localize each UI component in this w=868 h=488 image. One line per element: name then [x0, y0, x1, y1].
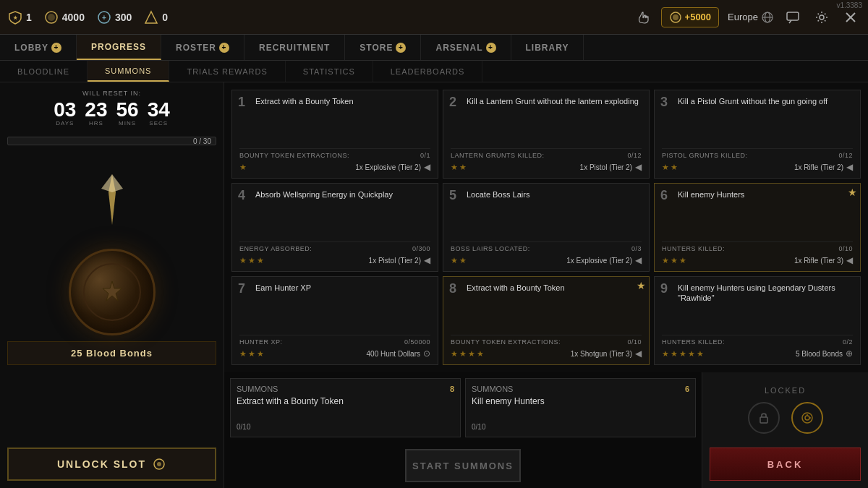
stat-label-9: HUNTERS KILLED:	[662, 338, 725, 346]
start-btn-label: START SUMMONS	[412, 461, 514, 471]
top-bar-left: ★ 1 4000 + 300 0	[7, 9, 637, 25]
tab-progress[interactable]: PROGRESS	[77, 35, 161, 60]
roster-badge: +	[219, 43, 229, 53]
stat-value-2: 0/12	[627, 152, 642, 159]
shield-icon: ★	[7, 9, 23, 25]
ammo-icon-5: ◀	[635, 255, 642, 265]
region-selector[interactable]: Europe	[728, 11, 774, 24]
star-3-0: ★	[662, 163, 669, 172]
subtab-trials[interactable]: TRIALS REWARDS	[169, 61, 285, 82]
summons-card-6: Summons 6 Kill enemy Hunters 0/10	[465, 378, 696, 437]
tab-store[interactable]: STORE +	[345, 35, 421, 60]
currency3: 0	[143, 9, 168, 25]
currency1-icon	[43, 9, 59, 25]
sidebar: WILL RESET IN: 03 DAYS 23 HRS 56 MINS	[0, 82, 224, 372]
timer-mins: 56 MINS	[116, 100, 139, 127]
summons-label-6: Summons	[472, 385, 513, 393]
timer-days: 03 DAYS	[54, 100, 76, 127]
challenge-title-2: Kill a Lantern Grunt without the lantern…	[467, 96, 642, 145]
reward-label: 25 Blood Bonds	[7, 341, 216, 365]
locked-label: LOCKED	[765, 386, 806, 395]
blood-bonds-icon-9: ⊕	[846, 348, 853, 359]
nav-tabs: LOBBY + PROGRESS ROSTER + RECRUITMENT ST…	[0, 35, 868, 61]
challenge-reward-9: ★★★★★ 5 Blood Bonds ⊕	[662, 348, 853, 359]
bottom-middle: Summons 8 Extract with a Bounty Token 0/…	[224, 372, 702, 488]
subtab-statistics[interactable]: STATISTICS	[286, 61, 373, 82]
back-button[interactable]: BACK	[710, 448, 861, 481]
stars-2: ★★	[451, 163, 467, 172]
challenge-stat-1: BOUNTY TOKEN EXTRACTIONS: 0/1	[239, 148, 430, 159]
stat-label-8: BOUNTY TOKEN EXTRACTIONS:	[451, 338, 561, 346]
tab-roster[interactable]: ROSTER +	[161, 35, 244, 60]
tab-arsenal[interactable]: ARSENAL +	[421, 35, 511, 60]
arsenal-badge: +	[486, 43, 496, 53]
star-5-0: ★	[451, 256, 458, 265]
stat-label-5: BOSS LAIRS LOCATED:	[451, 245, 530, 252]
shield-value: 1	[26, 12, 32, 23]
challenge-stat-8: BOUNTY TOKEN EXTRACTIONS: 0/10	[451, 335, 642, 346]
challenge-num-3: 3	[660, 95, 668, 110]
back-btn-label: BACK	[767, 459, 804, 470]
challenge-reward-6: ★★★ 1x Rifle (Tier 3) ◀	[662, 255, 853, 265]
tab-lobby[interactable]: LOBBY +	[0, 35, 77, 60]
challenge-card-6: ★ 6 Kill enemy Hunters HUNTERS KILLED: 0…	[654, 183, 861, 272]
challenge-reward-2: ★★ 1x Pistol (Tier 2) ◀	[451, 162, 642, 172]
ammo-icon-8: ◀	[635, 348, 642, 359]
star-6-0: ★	[662, 256, 669, 265]
summons-progress-6: 0/10	[472, 423, 689, 431]
challenge-num-9: 9	[660, 281, 668, 296]
timer-display: 03 DAYS 23 HRS 56 MINS 34 SECS	[54, 100, 170, 127]
stars-6: ★★★	[662, 256, 686, 265]
stars-4: ★★★	[239, 256, 264, 265]
stat-label-1: BOUNTY TOKEN EXTRACTIONS:	[239, 152, 349, 159]
corner-star-8: ★	[637, 280, 646, 291]
star-8-3: ★	[477, 349, 484, 359]
start-summons-button[interactable]: START SUMMONS	[405, 449, 521, 482]
stat-label-2: LANTERN GRUNTS KILLED:	[451, 152, 545, 159]
star-6-1: ★	[671, 256, 678, 265]
bottom-buttons: START SUMMONS	[224, 443, 702, 488]
challenge-card-9: 9 Kill enemy Hunters using Legendary Dus…	[654, 276, 861, 365]
close-button[interactable]	[841, 7, 861, 27]
ammo-icon-2: ◀	[635, 162, 642, 172]
star-8-2: ★	[468, 349, 475, 359]
currency3-icon	[143, 9, 159, 25]
reward-image	[54, 157, 170, 241]
stat-value-7: 0/50000	[404, 338, 430, 346]
top-bar: ★ 1 4000 + 300 0	[0, 0, 868, 35]
svg-text:+: +	[102, 14, 106, 22]
star-4-1: ★	[248, 256, 255, 265]
tab-library[interactable]: LIBRARY	[511, 35, 584, 60]
unlock-btn-label: UNLOCK SLOT	[57, 458, 146, 470]
star-4-2: ★	[257, 256, 264, 265]
chat-button[interactable]	[783, 7, 803, 27]
stat-value-4: 0/300	[412, 245, 430, 252]
star-7-2: ★	[257, 349, 264, 359]
subtab-summons[interactable]: SUMMONS	[88, 61, 169, 82]
star-8-0: ★	[451, 349, 458, 359]
challenge-title-8: Extract with a Bounty Token	[467, 283, 642, 332]
currency1-value: 4000	[62, 12, 85, 23]
stat-value-3: 0/12	[838, 152, 853, 159]
bottom-right: LOCKED BACK	[702, 372, 868, 488]
tab-recruitment[interactable]: RECRUITMENT	[244, 35, 345, 60]
subtab-leaderboards[interactable]: LEADERBOARDS	[373, 61, 482, 82]
subtab-bloodline[interactable]: BLOODLINE	[0, 61, 88, 82]
stat-label-3: PISTOL GRUNTS KILLED:	[662, 152, 748, 159]
premium-button[interactable]: +5000	[661, 7, 720, 27]
reward-text-6: 1x Rifle (Tier 3)	[794, 257, 843, 265]
unlock-slot-button[interactable]: UNLOCK SLOT	[7, 448, 216, 481]
mins-label: MINS	[119, 120, 136, 127]
lock-icon	[748, 402, 780, 434]
challenge-num-1: 1	[238, 95, 245, 110]
settings-button[interactable]	[812, 7, 832, 27]
svg-point-16	[157, 462, 161, 466]
currency2-icon: +	[96, 9, 112, 25]
challenge-card-3: 3 Kill a Pistol Grunt without the gun go…	[654, 90, 861, 179]
mins-value: 56	[116, 100, 139, 120]
stars-3: ★★	[662, 163, 678, 172]
reward-text-2: 1x Pistol (Tier 2)	[580, 163, 632, 171]
main-content: WILL RESET IN: 03 DAYS 23 HRS 56 MINS	[0, 82, 868, 372]
summons-title-8: Extract with a Bounty Token	[237, 396, 454, 423]
ammo-icon-1: ◀	[424, 162, 430, 172]
